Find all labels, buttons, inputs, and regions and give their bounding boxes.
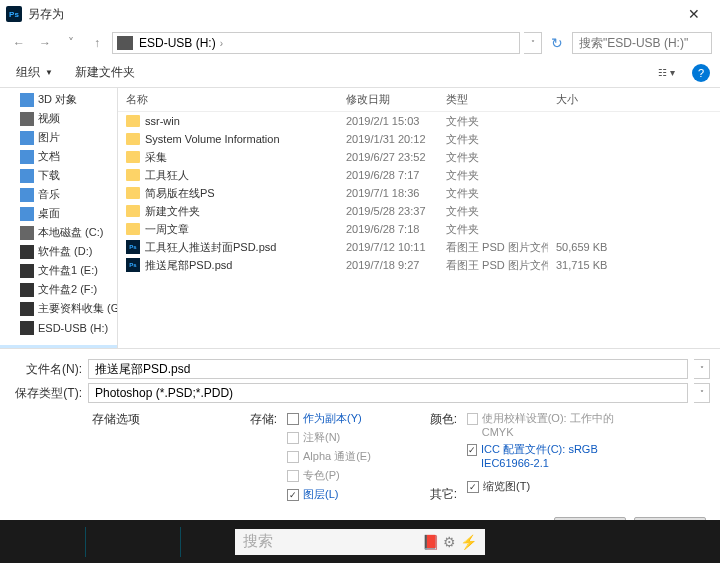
sidebar-item[interactable]: 桌面	[0, 204, 117, 223]
filename-dropdown[interactable]: ˅	[694, 359, 710, 379]
spot-checkbox	[287, 470, 299, 482]
col-name[interactable]: 名称	[118, 88, 338, 111]
sidebar-item[interactable]: 视频	[0, 109, 117, 128]
refresh-button[interactable]: ↻	[546, 32, 568, 54]
filetype-input[interactable]	[88, 383, 688, 403]
sidebar-item[interactable]: 音乐	[0, 185, 117, 204]
col-size[interactable]: 大小	[548, 88, 618, 111]
column-headers: 名称 修改日期 类型 大小	[118, 88, 720, 112]
file-row[interactable]: 采集2019/6/27 23:52文件夹	[118, 148, 720, 166]
file-row[interactable]: 新建文件夹2019/5/28 23:37文件夹	[118, 202, 720, 220]
forward-button[interactable]: →	[34, 32, 56, 54]
emoji-icon[interactable]: 📕	[422, 534, 439, 550]
path-dropdown[interactable]: ˅	[524, 32, 542, 54]
tree-label: 音乐	[38, 187, 60, 202]
file-date: 2019/6/28 7:17	[338, 169, 438, 181]
tree-icon	[20, 302, 34, 316]
file-row[interactable]: Ps推送尾部PSD.psd2019/7/18 9:27看图王 PSD 图片文件3…	[118, 256, 720, 274]
filetype-dropdown[interactable]: ˅	[694, 383, 710, 403]
view-options-button[interactable]: ☷ ▾	[651, 64, 682, 81]
file-type: 看图王 PSD 图片文件	[438, 240, 548, 255]
path-chevron-icon: ›	[220, 38, 223, 49]
sidebar-item[interactable]: 文件盘2 (F:)	[0, 280, 117, 299]
file-date: 2019/6/27 23:52	[338, 151, 438, 163]
sidebar-item[interactable]: 本地磁盘 (C:)	[0, 223, 117, 242]
tree-label: 图片	[38, 130, 60, 145]
filename-input[interactable]	[88, 359, 688, 379]
tree-icon	[20, 169, 34, 183]
organize-button[interactable]: 组织▼	[10, 62, 59, 83]
sidebar-item[interactable]: 主要资料收集 (G	[0, 299, 117, 318]
save-options: 文件名(N): ˅ 保存类型(T): ˅ 存储选项 存储: 作为副本(Y) 注释…	[0, 348, 720, 509]
sidebar-item[interactable]: 软件盘 (D:)	[0, 242, 117, 261]
search-input[interactable]	[572, 32, 712, 54]
file-size: 50,659 KB	[548, 241, 618, 253]
tree-icon	[20, 264, 34, 278]
file-name: System Volume Information	[145, 133, 280, 145]
sidebar-item[interactable]: 文件盘1 (E:)	[0, 261, 117, 280]
tree-label: 软件盘 (D:)	[38, 244, 92, 259]
tree-icon	[20, 93, 34, 107]
os-search-input[interactable]: 搜索 📕 ⚙ ⚡	[235, 529, 485, 555]
file-type: 文件夹	[438, 150, 548, 165]
sidebar-item[interactable]: ESD-USB (H:)	[0, 345, 117, 348]
folder-icon	[126, 115, 140, 127]
path-text: ESD-USB (H:)	[139, 36, 216, 50]
sidebar-item[interactable]: 下载	[0, 166, 117, 185]
file-type: 看图王 PSD 图片文件	[438, 258, 548, 273]
file-name: 推送尾部PSD.psd	[145, 258, 232, 273]
help-button[interactable]: ?	[692, 64, 710, 82]
layers-checkbox[interactable]: ✓	[287, 489, 299, 501]
thumb-checkbox[interactable]: ✓	[467, 481, 479, 493]
close-button[interactable]: ✕	[674, 1, 714, 27]
tree-label: ESD-USB (H:)	[38, 322, 108, 334]
file-row[interactable]: System Volume Information2019/1/31 20:12…	[118, 130, 720, 148]
as-copy-checkbox[interactable]	[287, 413, 299, 425]
folder-icon	[126, 187, 140, 199]
up-folder-button[interactable]: ↑	[86, 32, 108, 54]
file-type: 文件夹	[438, 132, 548, 147]
file-type: 文件夹	[438, 222, 548, 237]
file-name: 新建文件夹	[145, 204, 200, 219]
gear-icon[interactable]: ⚙	[443, 534, 456, 550]
file-row[interactable]: 工具狂人2019/6/28 7:17文件夹	[118, 166, 720, 184]
file-type: 文件夹	[438, 186, 548, 201]
sidebar-item[interactable]: 3D 对象	[0, 90, 117, 109]
file-date: 2019/5/28 23:37	[338, 205, 438, 217]
dialog-title: 另存为	[28, 6, 674, 23]
icc-checkbox[interactable]: ✓	[467, 444, 477, 456]
filename-label: 文件名(N):	[10, 361, 82, 378]
file-row[interactable]: Ps工具狂人推送封面PSD.psd2019/7/12 10:11看图王 PSD …	[118, 238, 720, 256]
tree-label: 文件盘1 (E:)	[38, 263, 98, 278]
spot-label: 专色(P)	[303, 468, 340, 483]
bolt-icon[interactable]: ⚡	[460, 534, 477, 550]
color-header-col: 颜色: 其它:	[407, 411, 457, 503]
col-type[interactable]: 类型	[438, 88, 548, 111]
new-folder-button[interactable]: 新建文件夹	[69, 62, 141, 83]
file-date: 2019/6/28 7:18	[338, 223, 438, 235]
back-button[interactable]: ←	[8, 32, 30, 54]
tree-label: 主要资料收集 (G	[38, 301, 118, 316]
up-button[interactable]: ˅	[60, 32, 82, 54]
proof-label: 使用校样设置(O): 工作中的 CMYK	[482, 411, 627, 438]
file-date: 2019/7/18 9:27	[338, 259, 438, 271]
psd-icon: Ps	[126, 258, 140, 272]
tree-icon	[20, 188, 34, 202]
store-header-col: 存储:	[152, 411, 277, 503]
file-row[interactable]: ssr-win2019/2/1 15:03文件夹	[118, 112, 720, 130]
file-row[interactable]: 一周文章2019/6/28 7:18文件夹	[118, 220, 720, 238]
path-input[interactable]: ESD-USB (H:) ›	[112, 32, 520, 54]
sidebar-tree: 3D 对象视频图片文档下载音乐桌面本地磁盘 (C:)软件盘 (D:)文件盘1 (…	[0, 88, 118, 348]
sidebar-item[interactable]: 图片	[0, 128, 117, 147]
save-as-dialog: Ps 另存为 ✕ ← → ˅ ↑ ESD-USB (H:) › ˅ ↻ 组织▼ …	[0, 0, 720, 520]
folder-icon	[126, 133, 140, 145]
file-row[interactable]: 简易版在线PS2019/7/1 18:36文件夹	[118, 184, 720, 202]
nav-bar: ← → ˅ ↑ ESD-USB (H:) › ˅ ↻	[0, 28, 720, 58]
sidebar-item[interactable]: ESD-USB (H:)	[0, 318, 117, 337]
file-type: 文件夹	[438, 168, 548, 183]
sidebar-item[interactable]: 文档	[0, 147, 117, 166]
file-date: 2019/2/1 15:03	[338, 115, 438, 127]
folder-icon	[126, 151, 140, 163]
color-checkboxes: 使用校样设置(O): 工作中的 CMYK ✓ICC 配置文件(C): sRGB …	[467, 411, 627, 503]
col-date[interactable]: 修改日期	[338, 88, 438, 111]
